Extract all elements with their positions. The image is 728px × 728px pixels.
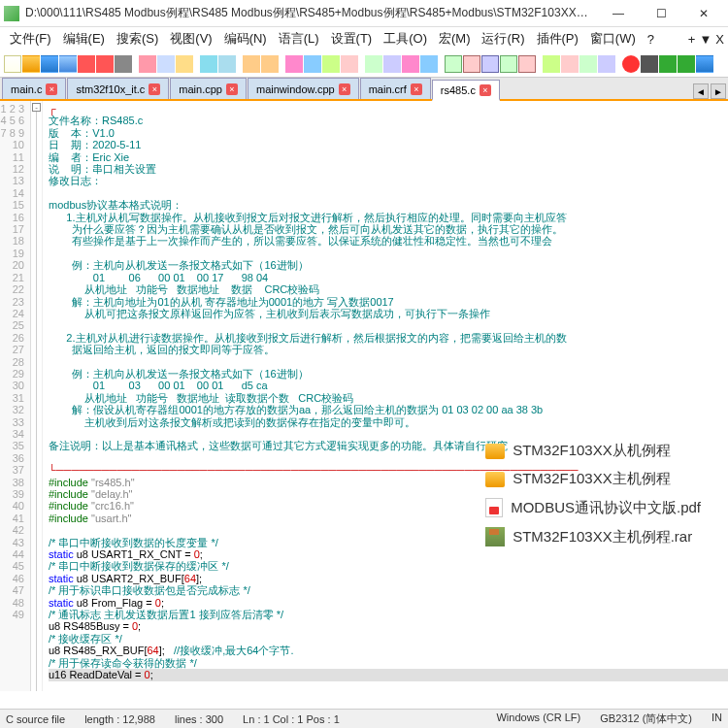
pdf-icon (485, 498, 503, 517)
menu-search[interactable]: 搜索(S) (111, 28, 164, 50)
minimize-button[interactable]: — (598, 2, 639, 25)
cut-icon[interactable] (139, 55, 156, 73)
status-insert: IN (711, 711, 722, 726)
tool12-icon[interactable] (500, 55, 517, 73)
save-icon[interactable] (41, 55, 58, 73)
savemacro-icon[interactable] (696, 55, 713, 73)
tab-close-icon[interactable]: × (46, 83, 57, 95)
toolbar (0, 50, 728, 78)
titlebar: D:\000\111\RS485 Modbus例程\RS485 Modbus例程… (0, 0, 728, 27)
tab-close-icon[interactable]: × (149, 83, 160, 95)
app-icon (4, 6, 19, 21)
status-eol: Windows (CR LF) (496, 711, 580, 726)
line-gutter: 1 2 3 4 5 6 7 8 9 10 11 12 13 14 15 16 1… (0, 101, 31, 691)
tool2-icon[interactable] (304, 55, 321, 73)
tab-stm32[interactable]: stm32f10x_it.c× (67, 78, 169, 99)
closeall-icon[interactable] (96, 55, 114, 73)
tool9-icon[interactable] (445, 55, 462, 73)
tool14-icon[interactable] (543, 55, 560, 73)
tool11-icon[interactable] (481, 55, 499, 73)
open-icon[interactable] (22, 55, 40, 73)
menu-plugins[interactable]: 插件(P) (531, 28, 584, 50)
tab-close-icon[interactable]: × (226, 83, 238, 95)
tab-main-cpp[interactable]: main.cpp× (170, 78, 247, 99)
stop-icon[interactable] (641, 55, 658, 73)
menu-settings[interactable]: 设置(T) (325, 28, 379, 50)
tool5-icon[interactable] (365, 55, 382, 73)
tool8-icon[interactable] (420, 55, 438, 73)
file-item-slave[interactable]: STM32F103XX从机例程 (485, 442, 701, 460)
close-icon[interactable] (78, 55, 95, 73)
file-item-master[interactable]: STM32F103XX主机例程 (485, 470, 701, 488)
tool6-icon[interactable] (383, 55, 401, 73)
menu-encoding[interactable]: 编码(N) (218, 28, 273, 50)
menu-window[interactable]: 窗口(W) (584, 28, 642, 50)
new-icon[interactable] (4, 55, 21, 73)
status-lines: lines : 300 (175, 713, 223, 725)
print-icon[interactable] (115, 55, 132, 73)
file-item-pdf[interactable]: MODBUS通讯协议中文版.pdf (485, 498, 701, 517)
statusbar: C source file length : 12,988 lines : 30… (0, 709, 728, 728)
tab-mainwindow[interactable]: mainwindow.cpp× (248, 78, 359, 99)
redo-icon[interactable] (218, 55, 236, 73)
menu-edit[interactable]: 编辑(E) (57, 28, 111, 50)
menu-file[interactable]: 文件(F) (4, 28, 57, 50)
find-icon[interactable] (243, 55, 260, 73)
record-icon[interactable] (622, 55, 640, 73)
code-content[interactable]: ┌ 文件名称：RS485.c 版 本：V1.0 日 期：2020-5-11 编 … (43, 101, 728, 691)
fold-column[interactable]: - (31, 101, 43, 691)
status-encoding: GB2312 (简体中文) (600, 711, 692, 726)
tab-close-icon[interactable]: × (411, 83, 422, 95)
tab-bar: main.c× stm32f10x_it.c× main.cpp× mainwi… (0, 78, 728, 101)
tool17-icon[interactable] (598, 55, 615, 73)
tool1-icon[interactable] (285, 55, 303, 73)
menu-dropdown[interactable]: ▼ (699, 32, 711, 47)
folder-icon (485, 444, 505, 459)
maximize-button[interactable]: ☐ (641, 2, 681, 25)
tab-main-c[interactable]: main.c× (2, 78, 66, 99)
play2-icon[interactable] (678, 55, 695, 73)
menu-language[interactable]: 语言(L) (273, 28, 325, 50)
file-overlay: STM32F103XX从机例程 STM32F103XX主机例程 MODBUS通讯… (485, 442, 701, 546)
saveall-icon[interactable] (59, 55, 77, 73)
paste-icon[interactable] (176, 55, 193, 73)
menu-help[interactable]: ? (642, 30, 660, 49)
close-button[interactable]: ✕ (683, 2, 724, 25)
tab-next-button[interactable]: ► (711, 83, 726, 99)
menu-macro[interactable]: 宏(M) (433, 28, 477, 50)
menu-view[interactable]: 视图(V) (164, 28, 217, 50)
menubar: 文件(F) 编辑(E) 搜索(S) 视图(V) 编码(N) 语言(L) 设置(T… (0, 27, 728, 50)
window-title: D:\000\111\RS485 Modbus例程\RS485 Modbus例程… (25, 5, 598, 21)
menu-x[interactable]: X (715, 32, 724, 47)
tool13-icon[interactable] (518, 55, 536, 73)
tool3-icon[interactable] (322, 55, 340, 73)
menu-tools[interactable]: 工具(O) (378, 28, 433, 50)
folder-icon (485, 472, 505, 487)
tab-rs485[interactable]: rs485.c× (432, 80, 500, 101)
tab-close-icon[interactable]: × (339, 83, 350, 95)
play-icon[interactable] (659, 55, 677, 73)
status-length: length : 12,988 (84, 713, 155, 725)
menu-run[interactable]: 运行(R) (476, 28, 530, 50)
status-position: Ln : 1 Col : 1 Pos : 1 (243, 713, 340, 725)
replace-icon[interactable] (261, 55, 279, 73)
code-editor[interactable]: 1 2 3 4 5 6 7 8 9 10 11 12 13 14 15 16 1… (0, 101, 728, 691)
tab-close-icon[interactable]: × (480, 84, 491, 96)
rar-icon (485, 527, 505, 546)
tool7-icon[interactable] (402, 55, 419, 73)
tool10-icon[interactable] (463, 55, 480, 73)
tool15-icon[interactable] (561, 55, 579, 73)
file-item-rar[interactable]: STM32F103XX主机例程.rar (485, 527, 701, 546)
tool4-icon[interactable] (341, 55, 358, 73)
copy-icon[interactable] (157, 55, 175, 73)
menu-plus[interactable]: + (688, 32, 696, 47)
fold-toggle-icon[interactable]: - (32, 103, 41, 112)
tool16-icon[interactable] (579, 55, 597, 73)
status-filetype: C source file (6, 713, 65, 725)
undo-icon[interactable] (200, 55, 217, 73)
tab-main-crf[interactable]: main.crf× (360, 78, 431, 99)
tab-prev-button[interactable]: ◄ (693, 83, 709, 99)
